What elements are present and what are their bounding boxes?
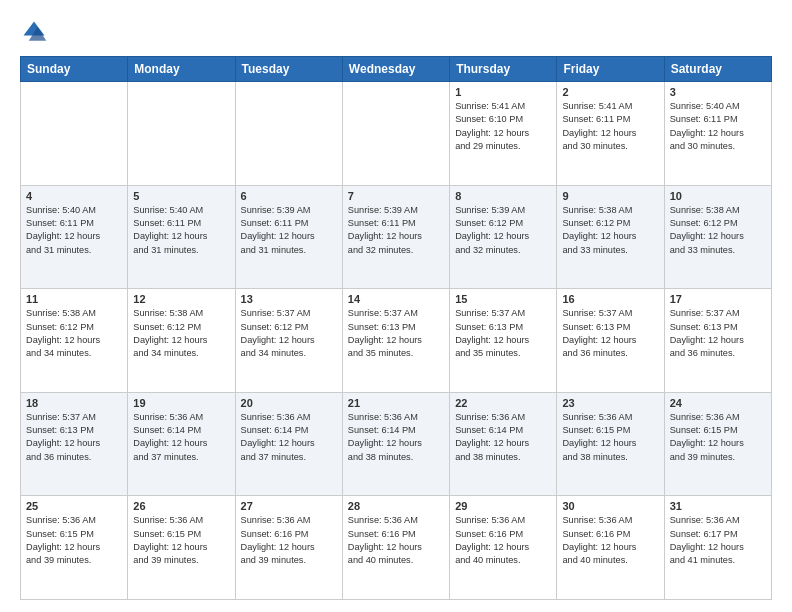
day-info: Sunrise: 5:37 AMSunset: 6:13 PMDaylight:… xyxy=(26,411,122,464)
day-info: Sunrise: 5:38 AMSunset: 6:12 PMDaylight:… xyxy=(133,307,229,360)
calendar-cell: 13Sunrise: 5:37 AMSunset: 6:12 PMDayligh… xyxy=(235,289,342,393)
calendar-cell xyxy=(128,82,235,186)
week-row-3: 18Sunrise: 5:37 AMSunset: 6:13 PMDayligh… xyxy=(21,392,772,496)
day-info: Sunrise: 5:36 AMSunset: 6:17 PMDaylight:… xyxy=(670,514,766,567)
calendar-cell: 20Sunrise: 5:36 AMSunset: 6:14 PMDayligh… xyxy=(235,392,342,496)
week-row-4: 25Sunrise: 5:36 AMSunset: 6:15 PMDayligh… xyxy=(21,496,772,600)
header-row: SundayMondayTuesdayWednesdayThursdayFrid… xyxy=(21,57,772,82)
calendar-cell: 24Sunrise: 5:36 AMSunset: 6:15 PMDayligh… xyxy=(664,392,771,496)
calendar-cell: 29Sunrise: 5:36 AMSunset: 6:16 PMDayligh… xyxy=(450,496,557,600)
logo-icon xyxy=(20,18,48,46)
day-info: Sunrise: 5:37 AMSunset: 6:12 PMDaylight:… xyxy=(241,307,337,360)
day-info: Sunrise: 5:36 AMSunset: 6:16 PMDaylight:… xyxy=(455,514,551,567)
calendar-cell: 27Sunrise: 5:36 AMSunset: 6:16 PMDayligh… xyxy=(235,496,342,600)
day-number: 21 xyxy=(348,397,444,409)
day-info: Sunrise: 5:38 AMSunset: 6:12 PMDaylight:… xyxy=(670,204,766,257)
day-number: 3 xyxy=(670,86,766,98)
calendar-cell: 19Sunrise: 5:36 AMSunset: 6:14 PMDayligh… xyxy=(128,392,235,496)
calendar-cell: 1Sunrise: 5:41 AMSunset: 6:10 PMDaylight… xyxy=(450,82,557,186)
day-info: Sunrise: 5:39 AMSunset: 6:11 PMDaylight:… xyxy=(241,204,337,257)
calendar-cell: 22Sunrise: 5:36 AMSunset: 6:14 PMDayligh… xyxy=(450,392,557,496)
day-info: Sunrise: 5:41 AMSunset: 6:10 PMDaylight:… xyxy=(455,100,551,153)
week-row-1: 4Sunrise: 5:40 AMSunset: 6:11 PMDaylight… xyxy=(21,185,772,289)
day-info: Sunrise: 5:37 AMSunset: 6:13 PMDaylight:… xyxy=(562,307,658,360)
day-info: Sunrise: 5:40 AMSunset: 6:11 PMDaylight:… xyxy=(133,204,229,257)
day-number: 15 xyxy=(455,293,551,305)
day-info: Sunrise: 5:36 AMSunset: 6:16 PMDaylight:… xyxy=(348,514,444,567)
calendar-cell: 10Sunrise: 5:38 AMSunset: 6:12 PMDayligh… xyxy=(664,185,771,289)
calendar-cell: 9Sunrise: 5:38 AMSunset: 6:12 PMDaylight… xyxy=(557,185,664,289)
day-number: 31 xyxy=(670,500,766,512)
day-info: Sunrise: 5:41 AMSunset: 6:11 PMDaylight:… xyxy=(562,100,658,153)
day-info: Sunrise: 5:38 AMSunset: 6:12 PMDaylight:… xyxy=(562,204,658,257)
day-number: 12 xyxy=(133,293,229,305)
day-info: Sunrise: 5:37 AMSunset: 6:13 PMDaylight:… xyxy=(455,307,551,360)
day-number: 8 xyxy=(455,190,551,202)
calendar-cell: 6Sunrise: 5:39 AMSunset: 6:11 PMDaylight… xyxy=(235,185,342,289)
day-number: 25 xyxy=(26,500,122,512)
calendar-cell: 4Sunrise: 5:40 AMSunset: 6:11 PMDaylight… xyxy=(21,185,128,289)
day-info: Sunrise: 5:36 AMSunset: 6:14 PMDaylight:… xyxy=(455,411,551,464)
calendar-cell: 8Sunrise: 5:39 AMSunset: 6:12 PMDaylight… xyxy=(450,185,557,289)
calendar-table: SundayMondayTuesdayWednesdayThursdayFrid… xyxy=(20,56,772,600)
day-info: Sunrise: 5:37 AMSunset: 6:13 PMDaylight:… xyxy=(348,307,444,360)
day-number: 26 xyxy=(133,500,229,512)
day-info: Sunrise: 5:36 AMSunset: 6:15 PMDaylight:… xyxy=(26,514,122,567)
calendar-cell: 12Sunrise: 5:38 AMSunset: 6:12 PMDayligh… xyxy=(128,289,235,393)
week-row-2: 11Sunrise: 5:38 AMSunset: 6:12 PMDayligh… xyxy=(21,289,772,393)
day-number: 29 xyxy=(455,500,551,512)
calendar-cell: 21Sunrise: 5:36 AMSunset: 6:14 PMDayligh… xyxy=(342,392,449,496)
day-number: 6 xyxy=(241,190,337,202)
day-info: Sunrise: 5:40 AMSunset: 6:11 PMDaylight:… xyxy=(26,204,122,257)
day-number: 24 xyxy=(670,397,766,409)
day-number: 11 xyxy=(26,293,122,305)
day-number: 10 xyxy=(670,190,766,202)
day-number: 4 xyxy=(26,190,122,202)
day-number: 17 xyxy=(670,293,766,305)
day-info: Sunrise: 5:39 AMSunset: 6:11 PMDaylight:… xyxy=(348,204,444,257)
day-info: Sunrise: 5:36 AMSunset: 6:14 PMDaylight:… xyxy=(348,411,444,464)
day-number: 27 xyxy=(241,500,337,512)
day-number: 19 xyxy=(133,397,229,409)
calendar-cell: 2Sunrise: 5:41 AMSunset: 6:11 PMDaylight… xyxy=(557,82,664,186)
calendar-cell xyxy=(342,82,449,186)
day-info: Sunrise: 5:36 AMSunset: 6:14 PMDaylight:… xyxy=(133,411,229,464)
calendar-cell: 14Sunrise: 5:37 AMSunset: 6:13 PMDayligh… xyxy=(342,289,449,393)
day-info: Sunrise: 5:36 AMSunset: 6:15 PMDaylight:… xyxy=(670,411,766,464)
day-number: 1 xyxy=(455,86,551,98)
day-number: 28 xyxy=(348,500,444,512)
day-number: 18 xyxy=(26,397,122,409)
day-info: Sunrise: 5:36 AMSunset: 6:15 PMDaylight:… xyxy=(562,411,658,464)
calendar-cell: 25Sunrise: 5:36 AMSunset: 6:15 PMDayligh… xyxy=(21,496,128,600)
day-header-thursday: Thursday xyxy=(450,57,557,82)
day-header-friday: Friday xyxy=(557,57,664,82)
calendar-cell: 3Sunrise: 5:40 AMSunset: 6:11 PMDaylight… xyxy=(664,82,771,186)
day-number: 13 xyxy=(241,293,337,305)
calendar-cell: 5Sunrise: 5:40 AMSunset: 6:11 PMDaylight… xyxy=(128,185,235,289)
day-number: 9 xyxy=(562,190,658,202)
calendar-cell xyxy=(21,82,128,186)
day-info: Sunrise: 5:37 AMSunset: 6:13 PMDaylight:… xyxy=(670,307,766,360)
day-header-saturday: Saturday xyxy=(664,57,771,82)
day-number: 14 xyxy=(348,293,444,305)
day-info: Sunrise: 5:40 AMSunset: 6:11 PMDaylight:… xyxy=(670,100,766,153)
day-header-sunday: Sunday xyxy=(21,57,128,82)
calendar-cell: 31Sunrise: 5:36 AMSunset: 6:17 PMDayligh… xyxy=(664,496,771,600)
logo xyxy=(20,18,52,46)
day-number: 23 xyxy=(562,397,658,409)
day-number: 22 xyxy=(455,397,551,409)
calendar-cell: 18Sunrise: 5:37 AMSunset: 6:13 PMDayligh… xyxy=(21,392,128,496)
calendar-cell: 16Sunrise: 5:37 AMSunset: 6:13 PMDayligh… xyxy=(557,289,664,393)
day-number: 5 xyxy=(133,190,229,202)
day-info: Sunrise: 5:39 AMSunset: 6:12 PMDaylight:… xyxy=(455,204,551,257)
calendar-cell: 7Sunrise: 5:39 AMSunset: 6:11 PMDaylight… xyxy=(342,185,449,289)
calendar-cell: 28Sunrise: 5:36 AMSunset: 6:16 PMDayligh… xyxy=(342,496,449,600)
calendar-cell: 30Sunrise: 5:36 AMSunset: 6:16 PMDayligh… xyxy=(557,496,664,600)
day-number: 30 xyxy=(562,500,658,512)
page: SundayMondayTuesdayWednesdayThursdayFrid… xyxy=(0,0,792,612)
day-header-tuesday: Tuesday xyxy=(235,57,342,82)
calendar-cell: 15Sunrise: 5:37 AMSunset: 6:13 PMDayligh… xyxy=(450,289,557,393)
week-row-0: 1Sunrise: 5:41 AMSunset: 6:10 PMDaylight… xyxy=(21,82,772,186)
day-info: Sunrise: 5:38 AMSunset: 6:12 PMDaylight:… xyxy=(26,307,122,360)
calendar-cell: 23Sunrise: 5:36 AMSunset: 6:15 PMDayligh… xyxy=(557,392,664,496)
